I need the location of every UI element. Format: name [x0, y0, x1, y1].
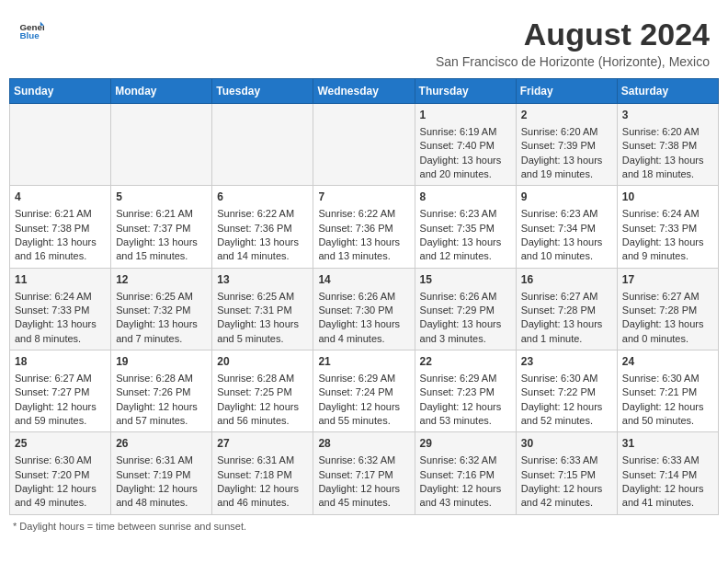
sunset-text: Sunset: 7:33 PM	[15, 304, 89, 316]
day-number: 16	[521, 272, 612, 288]
sunrise-text: Sunrise: 6:33 AM	[622, 454, 700, 465]
day-number: 19	[116, 354, 207, 370]
sunrise-text: Sunrise: 6:31 AM	[116, 454, 193, 465]
calendar-cell: 25Sunrise: 6:30 AMSunset: 7:20 PMDayligh…	[10, 432, 111, 514]
sunset-text: Sunset: 7:28 PM	[521, 304, 596, 316]
day-of-week-header: Monday	[111, 79, 212, 104]
calendar-header-row: SundayMondayTuesdayWednesdayThursdayFrid…	[10, 79, 719, 104]
calendar-cell: 14Sunrise: 6:26 AMSunset: 7:30 PMDayligh…	[313, 268, 415, 350]
month-title: August 2024	[436, 17, 710, 52]
calendar-cell: 17Sunrise: 6:27 AMSunset: 7:28 PMDayligh…	[617, 268, 718, 350]
daylight-text: Daylight: 13 hours and 19 minutes.	[521, 155, 603, 179]
day-number: 12	[116, 272, 207, 288]
daylight-text: Daylight: 13 hours and 13 minutes.	[318, 236, 400, 261]
sunrise-text: Sunrise: 6:31 AM	[217, 454, 294, 465]
day-number: 18	[15, 354, 106, 370]
day-number: 30	[521, 436, 612, 452]
calendar-cell: 26Sunrise: 6:31 AMSunset: 7:19 PMDayligh…	[111, 432, 212, 514]
daylight-text: Daylight: 13 hours and 15 minutes.	[116, 236, 198, 261]
calendar-cell: 16Sunrise: 6:27 AMSunset: 7:28 PMDayligh…	[516, 268, 617, 350]
daylight-text: Daylight: 12 hours and 43 minutes.	[420, 483, 502, 508]
daylight-text: Daylight: 13 hours and 3 minutes.	[420, 318, 502, 343]
daylight-text: Daylight: 12 hours and 41 minutes.	[622, 483, 704, 508]
sunrise-text: Sunrise: 6:22 AM	[217, 208, 294, 219]
calendar-cell: 23Sunrise: 6:30 AMSunset: 7:22 PMDayligh…	[516, 350, 617, 432]
day-number: 20	[217, 354, 308, 370]
calendar-week-row: 25Sunrise: 6:30 AMSunset: 7:20 PMDayligh…	[10, 432, 719, 514]
day-of-week-header: Wednesday	[313, 79, 415, 104]
calendar-cell: 31Sunrise: 6:33 AMSunset: 7:14 PMDayligh…	[617, 432, 718, 514]
calendar-cell	[111, 104, 212, 186]
sunset-text: Sunset: 7:18 PM	[217, 469, 291, 480]
day-number: 10	[622, 190, 713, 205]
day-number: 23	[521, 354, 612, 370]
sunrise-text: Sunrise: 6:26 AM	[420, 291, 497, 302]
calendar-cell	[313, 104, 415, 186]
day-number: 25	[15, 436, 106, 452]
calendar-cell: 24Sunrise: 6:30 AMSunset: 7:21 PMDayligh…	[617, 350, 718, 432]
daylight-text: Daylight: 13 hours and 14 minutes.	[217, 236, 299, 261]
sunset-text: Sunset: 7:38 PM	[622, 140, 697, 151]
day-of-week-header: Saturday	[617, 79, 718, 104]
daylight-text: Daylight: 12 hours and 57 minutes.	[116, 401, 198, 426]
sunset-text: Sunset: 7:34 PM	[521, 223, 596, 234]
day-number: 26	[116, 436, 207, 452]
calendar-cell: 8Sunrise: 6:23 AMSunset: 7:35 PMDaylight…	[415, 186, 516, 268]
sunrise-text: Sunrise: 6:29 AM	[420, 373, 497, 384]
day-number: 29	[420, 436, 511, 452]
sunset-text: Sunset: 7:31 PM	[217, 304, 291, 316]
sunrise-text: Sunrise: 6:27 AM	[521, 291, 598, 302]
calendar-week-row: 1Sunrise: 6:19 AMSunset: 7:40 PMDaylight…	[10, 104, 719, 186]
daylight-text: Daylight: 13 hours and 5 minutes.	[217, 318, 299, 343]
sunrise-text: Sunrise: 6:32 AM	[420, 454, 497, 465]
daylight-text: Daylight: 12 hours and 53 minutes.	[420, 401, 502, 426]
day-number: 2	[521, 108, 612, 123]
calendar-cell: 18Sunrise: 6:27 AMSunset: 7:27 PMDayligh…	[10, 350, 111, 432]
daylight-text: Daylight: 12 hours and 49 minutes.	[15, 483, 97, 508]
calendar-cell: 7Sunrise: 6:22 AMSunset: 7:36 PMDaylight…	[313, 186, 415, 268]
day-number: 15	[420, 272, 511, 288]
calendar-cell: 12Sunrise: 6:25 AMSunset: 7:32 PMDayligh…	[111, 268, 212, 350]
calendar-cell: 29Sunrise: 6:32 AMSunset: 7:16 PMDayligh…	[415, 432, 516, 514]
day-number: 3	[622, 108, 713, 123]
calendar-cell	[10, 104, 111, 186]
sunrise-text: Sunrise: 6:25 AM	[116, 291, 193, 302]
day-number: 21	[318, 354, 409, 370]
page-header: General Blue August 2024 San Francisco d…	[9, 9, 719, 73]
sunset-text: Sunset: 7:27 PM	[15, 386, 89, 397]
calendar-cell: 27Sunrise: 6:31 AMSunset: 7:18 PMDayligh…	[212, 432, 313, 514]
sunrise-text: Sunrise: 6:25 AM	[217, 291, 294, 302]
sunrise-text: Sunrise: 6:28 AM	[217, 373, 294, 384]
daylight-text: Daylight: 13 hours and 0 minutes.	[622, 318, 704, 343]
sunset-text: Sunset: 7:36 PM	[217, 223, 291, 234]
day-number: 1	[420, 108, 511, 123]
sunset-text: Sunset: 7:39 PM	[521, 140, 596, 151]
day-number: 22	[420, 354, 511, 370]
calendar-cell: 10Sunrise: 6:24 AMSunset: 7:33 PMDayligh…	[617, 186, 718, 268]
title-block: August 2024 San Francisco de Horizonte (…	[436, 17, 710, 69]
sunset-text: Sunset: 7:16 PM	[420, 469, 495, 480]
daylight-text: Daylight: 13 hours and 9 minutes.	[622, 236, 704, 261]
sunset-text: Sunset: 7:15 PM	[521, 469, 596, 480]
day-of-week-header: Thursday	[415, 79, 516, 104]
sunrise-text: Sunrise: 6:30 AM	[15, 454, 92, 465]
sunset-text: Sunset: 7:30 PM	[318, 304, 392, 316]
daylight-text: Daylight: 13 hours and 12 minutes.	[420, 236, 502, 261]
location-title: San Francisco de Horizonte (Horizonte), …	[436, 54, 710, 69]
calendar-cell: 15Sunrise: 6:26 AMSunset: 7:29 PMDayligh…	[415, 268, 516, 350]
calendar-table: SundayMondayTuesdayWednesdayThursdayFrid…	[9, 78, 719, 515]
day-number: 8	[420, 190, 511, 205]
day-number: 27	[217, 436, 308, 452]
calendar-cell: 11Sunrise: 6:24 AMSunset: 7:33 PMDayligh…	[10, 268, 111, 350]
calendar-cell: 19Sunrise: 6:28 AMSunset: 7:26 PMDayligh…	[111, 350, 212, 432]
footer-note: * Daylight hours = time between sunrise …	[9, 521, 719, 532]
sunset-text: Sunset: 7:17 PM	[318, 469, 392, 480]
calendar-cell: 22Sunrise: 6:29 AMSunset: 7:23 PMDayligh…	[415, 350, 516, 432]
day-number: 17	[622, 272, 713, 288]
sunset-text: Sunset: 7:23 PM	[420, 386, 495, 397]
calendar-cell: 1Sunrise: 6:19 AMSunset: 7:40 PMDaylight…	[415, 104, 516, 186]
sunrise-text: Sunrise: 6:21 AM	[116, 208, 193, 219]
sunrise-text: Sunrise: 6:30 AM	[521, 373, 598, 384]
day-number: 5	[116, 190, 207, 205]
daylight-text: Daylight: 12 hours and 46 minutes.	[217, 483, 299, 508]
